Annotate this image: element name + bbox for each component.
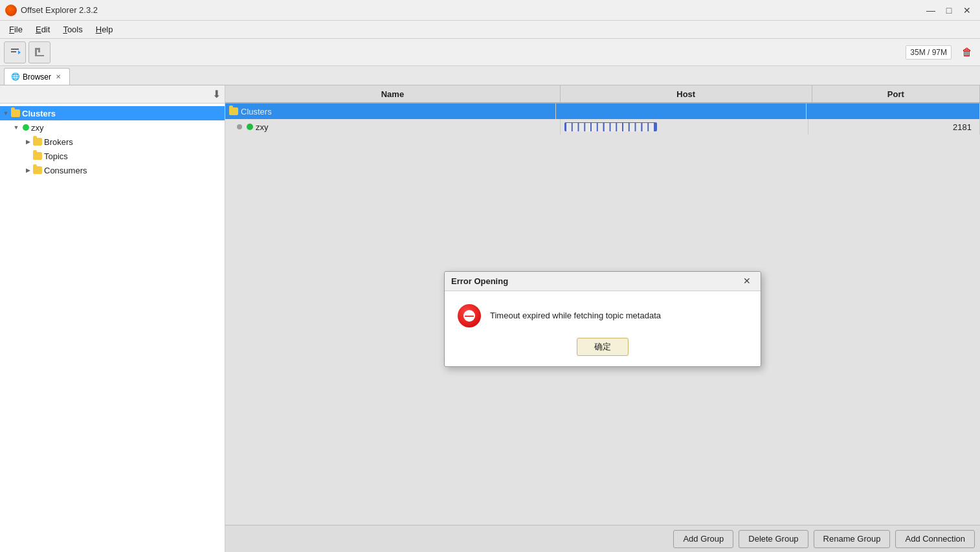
dialog-message: Timeout expired while fetching topic met… (490, 311, 661, 320)
dialog-message-row: — Timeout expired while fetching topic m… (458, 304, 748, 327)
sidebar-topics-label: Topics (44, 151, 68, 161)
sidebar-tree: ▼ Clusters ▼ zxy ▶ Brokers (0, 104, 225, 552)
dialog-backdrop: Error Opening ✕ — Timeout expired while … (225, 85, 980, 552)
sidebar-item-consumers[interactable]: ▶ Consumers (0, 163, 225, 177)
sidebar: ⬇ ▼ Clusters ▼ zxy ▶ (0, 85, 225, 552)
menu-file[interactable]: File (3, 22, 29, 37)
error-icon-inner: — (463, 310, 475, 322)
tab-browser[interactable]: 🌐 Browser ✕ (4, 68, 70, 85)
toolbar-btn-connect[interactable] (4, 41, 26, 63)
menu-bar: File Edit Tools Help (0, 21, 980, 39)
expand-clusters-icon[interactable]: ▼ (1, 109, 10, 118)
clusters-folder-icon (10, 108, 21, 118)
sidebar-item-brokers[interactable]: ▶ Brokers (0, 135, 225, 149)
svg-rect-3 (35, 55, 44, 56)
toolbar: 35M / 97M 🗑 (0, 39, 980, 66)
tab-browser-label: Browser (23, 72, 51, 82)
expand-brokers-icon[interactable]: ▶ (23, 137, 32, 146)
minimize-button[interactable]: — (923, 3, 939, 18)
dialog-title: Error Opening (451, 276, 740, 286)
sidebar-item-zxy[interactable]: ▼ zxy (0, 120, 225, 135)
menu-help[interactable]: Help (89, 22, 120, 37)
menu-edit[interactable]: Edit (29, 22, 56, 37)
sidebar-arrow-icon: ⬇ (212, 88, 221, 100)
svg-rect-1 (11, 51, 16, 52)
connection-status-icon (23, 124, 29, 131)
tab-browser-close[interactable]: ✕ (54, 72, 63, 82)
maximize-button[interactable]: □ (941, 3, 957, 18)
dialog-ok-button[interactable]: 确定 (577, 338, 629, 356)
app-icon (5, 5, 17, 16)
menu-tools[interactable]: Tools (56, 22, 89, 37)
expand-zxy-icon[interactable]: ▼ (12, 123, 21, 132)
sidebar-item-topics[interactable]: ▶ Topics (0, 149, 225, 163)
expand-consumers-icon[interactable]: ▶ (23, 166, 32, 175)
dialog-close-button[interactable]: ✕ (740, 274, 754, 288)
tab-bar: 🌐 Browser ✕ (0, 66, 980, 85)
topics-folder-icon (32, 151, 43, 161)
consumers-folder-icon (32, 165, 43, 175)
title-bar: Offset Explorer 2.3.2 — □ ✕ (0, 0, 980, 21)
sidebar-item-clusters[interactable]: ▼ Clusters (0, 106, 225, 120)
dialog-body: — Timeout expired while fetching topic m… (445, 291, 761, 366)
trash-button[interactable]: 🗑 (958, 43, 976, 61)
sidebar-consumers-label: Consumers (44, 166, 87, 175)
svg-marker-2 (18, 50, 21, 54)
toolbar-btn-edit[interactable] (28, 41, 50, 63)
window-controls: — □ ✕ (923, 3, 975, 18)
close-button[interactable]: ✕ (959, 3, 975, 18)
error-icon: — (458, 304, 481, 327)
app-title: Offset Explorer 2.3.2 (21, 5, 923, 15)
content-area: Name Host Port Clusters (225, 85, 980, 552)
main-area: ⬇ ▼ Clusters ▼ zxy ▶ (0, 85, 980, 552)
sidebar-header: ⬇ (0, 85, 225, 104)
browser-tab-icon: 🌐 (11, 72, 20, 81)
memory-indicator: 35M / 97M (906, 45, 952, 60)
svg-rect-6 (38, 48, 40, 52)
error-dialog: Error Opening ✕ — Timeout expired while … (444, 271, 761, 367)
sidebar-zxy-label: zxy (31, 123, 44, 133)
dialog-title-bar: Error Opening ✕ (445, 272, 761, 291)
sidebar-clusters-label: Clusters (22, 109, 56, 118)
sidebar-brokers-label: Brokers (44, 137, 73, 147)
brokers-folder-icon (32, 137, 43, 147)
svg-rect-0 (11, 49, 19, 50)
